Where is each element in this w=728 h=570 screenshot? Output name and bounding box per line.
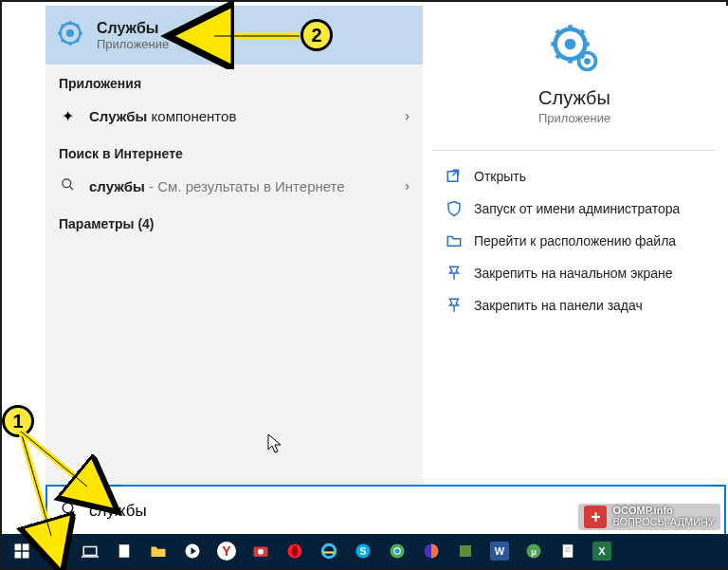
action-label: Закрепить на начальном экране bbox=[474, 266, 673, 281]
taskbar: Y S W µ X bbox=[2, 534, 728, 568]
watermark: + OCOMP.info ВОПРОСЫ-АДМИНУ bbox=[578, 504, 720, 530]
annotation-arrow-icon bbox=[209, 25, 303, 53]
gear-icon bbox=[423, 23, 726, 74]
action-open[interactable]: Открыть bbox=[423, 160, 726, 193]
action-label: Перейти к расположению файла bbox=[474, 233, 676, 248]
taskbar-app-generic[interactable] bbox=[449, 537, 482, 565]
svg-rect-34 bbox=[83, 547, 97, 556]
search-icon bbox=[59, 177, 76, 195]
taskbar-app-explorer[interactable] bbox=[142, 537, 174, 565]
svg-point-1 bbox=[66, 29, 74, 37]
taskbar-app-file[interactable] bbox=[108, 537, 140, 565]
details-title: Службы bbox=[423, 87, 726, 109]
shield-icon bbox=[446, 200, 463, 217]
taskbar-app-camera[interactable] bbox=[245, 537, 277, 565]
watermark-line2: ВОПРОСЫ-АДМИНУ bbox=[612, 517, 715, 528]
open-icon bbox=[446, 168, 463, 185]
results-column: Службы Приложение Приложения ✦ Службы ко… bbox=[46, 6, 423, 485]
svg-line-21 bbox=[581, 30, 584, 33]
web-result-item[interactable]: службы - См. результаты в Интернете › bbox=[46, 167, 423, 205]
svg-line-11 bbox=[69, 186, 73, 190]
taskbar-app-excel[interactable]: X bbox=[586, 537, 618, 565]
pin-icon bbox=[446, 265, 463, 282]
section-params-header[interactable]: Параметры (4) bbox=[46, 205, 423, 237]
plus-icon: + bbox=[584, 506, 607, 528]
action-run-admin[interactable]: Запуск от имени администратора bbox=[423, 193, 726, 225]
best-match-subtitle: Приложение bbox=[97, 37, 169, 51]
details-column: Службы Приложение Открыть Запуск от имен… bbox=[423, 6, 726, 485]
action-label: Закрепить на панели задач bbox=[474, 298, 643, 313]
chevron-right-icon[interactable]: › bbox=[405, 178, 410, 193]
action-open-location[interactable]: Перейти к расположению файла bbox=[423, 225, 726, 257]
component-services-icon: ✦ bbox=[59, 107, 76, 125]
pin-icon bbox=[446, 297, 463, 314]
taskbar-app-skype[interactable]: S bbox=[347, 537, 379, 565]
svg-text:µ: µ bbox=[531, 546, 537, 557]
details-subtitle: Приложение bbox=[423, 111, 726, 125]
svg-point-47 bbox=[394, 548, 399, 553]
start-search-panel: Службы Приложение Приложения ✦ Службы ко… bbox=[46, 6, 728, 539]
best-match-title: Службы bbox=[97, 20, 169, 37]
folder-icon bbox=[446, 232, 463, 249]
gear-icon bbox=[57, 20, 83, 50]
svg-point-41 bbox=[292, 545, 298, 557]
taskbar-app-media[interactable] bbox=[176, 537, 209, 565]
app-result-item[interactable]: ✦ Службы компонентов › bbox=[46, 97, 423, 135]
svg-point-10 bbox=[62, 178, 70, 187]
section-apps-header: Приложения bbox=[46, 64, 423, 97]
taskbar-app-firefox[interactable] bbox=[415, 537, 447, 565]
divider bbox=[432, 150, 717, 151]
action-pin-taskbar[interactable]: Закрепить на панели задач bbox=[423, 289, 726, 322]
taskbar-app-notes[interactable] bbox=[552, 537, 584, 565]
section-web-header: Поиск в Интернете bbox=[46, 135, 423, 167]
action-pin-start[interactable]: Закрепить на начальном экране bbox=[423, 257, 726, 289]
taskbar-app-word[interactable]: W bbox=[483, 537, 516, 565]
taskbar-app-chrome[interactable] bbox=[381, 537, 413, 565]
action-label: Открыть bbox=[474, 169, 526, 184]
svg-line-20 bbox=[556, 55, 559, 58]
callout-badge-2: 2 bbox=[300, 19, 333, 51]
svg-point-42 bbox=[322, 544, 336, 558]
web-result-label: службы - См. результаты в Интернете bbox=[89, 178, 345, 194]
action-label: Запуск от имени администратора bbox=[474, 201, 680, 216]
svg-rect-31 bbox=[23, 552, 29, 559]
app-result-label: Службы компонентов bbox=[89, 108, 236, 124]
taskbar-app-opera[interactable] bbox=[279, 537, 311, 565]
taskbar-app-yandex[interactable]: Y bbox=[210, 537, 243, 565]
svg-line-33 bbox=[58, 553, 63, 558]
mouse-cursor-icon bbox=[267, 433, 282, 454]
svg-line-18 bbox=[556, 30, 559, 33]
window-frame: Службы Приложение Приложения ✦ Службы ко… bbox=[0, 0, 728, 570]
svg-point-23 bbox=[584, 58, 591, 64]
svg-rect-30 bbox=[15, 552, 22, 559]
annotation-arrow-icon bbox=[13, 424, 108, 547]
svg-text:S: S bbox=[359, 545, 366, 557]
svg-rect-49 bbox=[460, 545, 471, 557]
svg-rect-36 bbox=[119, 544, 130, 558]
svg-point-13 bbox=[565, 39, 576, 50]
chevron-right-icon[interactable]: › bbox=[405, 108, 410, 123]
svg-point-39 bbox=[258, 549, 264, 555]
taskbar-app-ie[interactable] bbox=[313, 537, 345, 565]
taskbar-app-utorrent[interactable]: µ bbox=[518, 537, 550, 565]
